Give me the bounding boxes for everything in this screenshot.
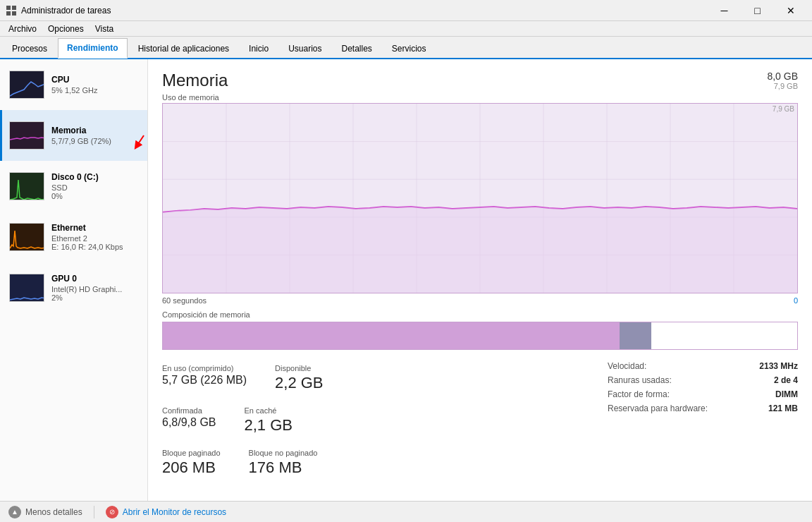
stats-right: Velocidad: 2133 MHz Ranuras usadas: 2 de… — [601, 361, 798, 488]
cpu-value: 5% 1,52 GHz — [51, 86, 140, 95]
less-details-item[interactable]: ▲ Menos detalles — [8, 506, 82, 518]
chart-axis-max: 7,9 GB — [773, 105, 794, 113]
monitor-icon: ⊘ — [106, 506, 118, 518]
ethernet-info: Ethernet Ethernet 2 E: 16,0 R: 24,0 Kbps — [51, 223, 140, 251]
right-stat-speed: Velocidad: 2133 MHz — [608, 361, 798, 371]
stat-paged-label: Bloque paginado — [162, 449, 221, 457]
composition-standby — [620, 322, 651, 349]
cpu-info: CPU 5% 1,52 GHz — [51, 75, 140, 95]
speed-label: Velocidad: — [608, 361, 646, 371]
maximize-button[interactable]: □ — [742, 0, 773, 21]
main-content: CPU 5% 1,52 GHz Memoria 5,7/7,9 GB (72%) — [0, 59, 812, 501]
stat-available-label: Disponible — [275, 364, 323, 372]
composition-bar — [162, 322, 798, 350]
form-label: Factor de forma: — [608, 389, 670, 399]
stat-in-use-label: En uso (comprimido) — [162, 364, 247, 372]
ethernet-sub: Ethernet 2 — [51, 234, 140, 243]
top-values: 8,0 GB 7,9 GB — [767, 71, 798, 90]
speed-value: 2133 MHz — [759, 361, 798, 371]
stat-available: Disponible 2,2 GB — [275, 361, 323, 395]
gpu-sub: Intel(R) HD Graphi... — [51, 285, 140, 293]
window-title: Administrador de tareas — [21, 6, 708, 16]
separator — [94, 506, 94, 518]
slots-label: Ranuras usadas: — [608, 375, 672, 385]
disco-thumbnail — [9, 172, 44, 200]
sidebar-item-ethernet[interactable]: Ethernet Ethernet 2 E: 16,0 R: 24,0 Kbps — [0, 212, 147, 262]
tab-usuarios[interactable]: Usuarios — [279, 39, 331, 59]
less-details-label: Menos detalles — [25, 507, 82, 517]
memoria-value: 5,7/7,9 GB (72%) — [51, 137, 140, 145]
stat-confirmed-value: 6,8/9,8 GB — [162, 416, 216, 429]
minimize-button[interactable]: ─ — [708, 0, 740, 21]
gpu-info: GPU 0 Intel(R) HD Graphi... 2% — [51, 274, 140, 302]
stats-row-2: Confirmada 6,8/9,8 GB En caché 2,1 GB — [162, 403, 601, 437]
titlebar: Administrador de tareas ─ □ ✕ — [0, 0, 812, 21]
composition-free — [651, 322, 797, 349]
tab-servicios[interactable]: Servicios — [383, 39, 436, 59]
close-button[interactable]: ✕ — [775, 0, 806, 21]
menu-vista[interactable]: Vista — [90, 23, 119, 35]
time-start: 60 segundos — [162, 296, 207, 305]
content-panel: Memoria 8,0 GB 7,9 GB Uso de memoria 7,9… — [148, 59, 812, 501]
form-value: DIMM — [775, 389, 798, 399]
svg-rect-3 — [12, 11, 16, 16]
memoria-name: Memoria — [51, 126, 140, 135]
page-title: Memoria — [162, 71, 228, 90]
right-stat-form: Factor de forma: DIMM — [608, 389, 798, 399]
gpu-value: 2% — [51, 293, 140, 302]
reserved-label: Reservada para hardware: — [608, 403, 708, 413]
disco-sub: SSD — [51, 183, 140, 192]
gpu-thumbnail — [9, 274, 44, 302]
sidebar-item-cpu[interactable]: CPU 5% 1,52 GHz — [0, 59, 147, 110]
cpu-name: CPU — [51, 75, 140, 85]
svg-rect-0 — [6, 6, 11, 10]
time-end: 0 — [794, 296, 798, 305]
composition-label: Composición de memoria — [162, 310, 798, 319]
sidebar: CPU 5% 1,52 GHz Memoria 5,7/7,9 GB (72%) — [0, 59, 148, 501]
reserved-value: 121 MB — [768, 403, 798, 413]
tab-procesos[interactable]: Procesos — [3, 39, 56, 59]
disco-value: 0% — [51, 192, 140, 200]
svg-line-5 — [137, 135, 144, 146]
monitor-link-item[interactable]: ⊘ Abrir el Monitor de recursos — [106, 506, 226, 518]
svg-rect-2 — [6, 11, 11, 16]
monitor-link[interactable]: Abrir el Monitor de recursos — [123, 507, 226, 517]
sidebar-item-memoria[interactable]: Memoria 5,7/7,9 GB (72%) — [0, 110, 147, 161]
svg-rect-4 — [10, 122, 44, 150]
right-stat-slots: Ranuras usadas: 2 de 4 — [608, 375, 798, 385]
disco-info: Disco 0 (C:) SSD 0% — [51, 172, 140, 200]
bottombar: ▲ Menos detalles ⊘ Abrir el Monitor de r… — [0, 501, 812, 522]
svg-rect-1 — [12, 6, 16, 10]
stat-cached-label: En caché — [245, 406, 293, 415]
stat-confirmed: Confirmada 6,8/9,8 GB — [162, 403, 216, 437]
sidebar-item-disco[interactable]: Disco 0 (C:) SSD 0% — [0, 161, 147, 212]
tabbar: Procesos Rendimiento Historial de aplica… — [0, 37, 812, 59]
stat-nonpaged: Bloque no paginado 176 MB — [249, 446, 318, 480]
tab-detalles[interactable]: Detalles — [332, 39, 381, 59]
composition-used — [163, 322, 620, 349]
cpu-thumbnail — [9, 71, 44, 99]
chart-label: Uso de memoria — [162, 93, 798, 102]
tab-inicio[interactable]: Inicio — [240, 39, 278, 59]
sidebar-item-gpu[interactable]: GPU 0 Intel(R) HD Graphi... 2% — [0, 262, 147, 313]
stat-cached-value: 2,1 GB — [245, 416, 293, 435]
menu-opciones[interactable]: Opciones — [42, 23, 90, 35]
memoria-thumbnail — [9, 121, 44, 150]
stat-paged: Bloque paginado 206 MB — [162, 446, 221, 480]
ethernet-value: E: 16,0 R: 24,0 Kbps — [51, 243, 140, 251]
content-header: Memoria 8,0 GB 7,9 GB — [162, 71, 798, 90]
stats-row-3: Bloque paginado 206 MB Bloque no paginad… — [162, 446, 601, 480]
stats-row-1: En uso (comprimido) 5,7 GB (226 MB) Disp… — [162, 361, 601, 395]
memoria-info: Memoria 5,7/7,9 GB (72%) — [51, 126, 140, 145]
menu-archivo[interactable]: Archivo — [3, 23, 42, 35]
chevron-up-icon: ▲ — [8, 506, 21, 518]
stat-paged-value: 206 MB — [162, 459, 221, 477]
tab-historial[interactable]: Historial de aplicaciones — [129, 39, 238, 59]
tab-rendimiento[interactable]: Rendimiento — [58, 38, 128, 59]
menubar: Archivo Opciones Vista — [0, 21, 812, 37]
stat-nonpaged-label: Bloque no paginado — [249, 449, 318, 457]
top-value-main: 8,0 GB — [767, 71, 798, 82]
disco-name: Disco 0 (C:) — [51, 172, 140, 182]
stat-confirmed-label: Confirmada — [162, 406, 216, 415]
stats-section: En uso (comprimido) 5,7 GB (226 MB) Disp… — [162, 361, 798, 488]
